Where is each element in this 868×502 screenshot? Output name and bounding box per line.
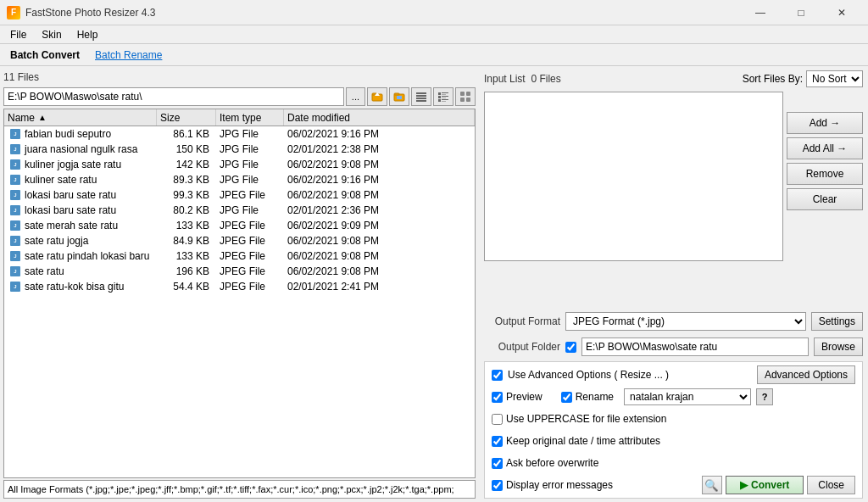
batch-rename-button[interactable]: Batch Rename <box>88 47 169 63</box>
batch-convert-button[interactable]: Batch Convert <box>3 47 86 63</box>
view-list-button[interactable] <box>411 87 431 106</box>
table-row[interactable]: J sate ratu 196 KB JPEG File 06/02/2021 … <box>4 264 475 279</box>
file-type-icon: J <box>10 251 20 261</box>
column-header-type[interactable]: Item type <box>216 109 284 126</box>
file-name-cell: J sate ratu <box>4 265 157 277</box>
table-row[interactable]: J kuliner jogja sate ratu 142 KB JPG Fil… <box>4 157 475 172</box>
advanced-options-button[interactable]: Advanced Options <box>757 365 855 384</box>
remove-button[interactable]: Remove <box>787 163 863 185</box>
add-all-button[interactable]: Add All → <box>787 137 863 159</box>
table-row[interactable]: J sate ratu jogja 84.9 KB JPEG File 06/0… <box>4 233 475 248</box>
output-folder-input[interactable] <box>581 337 809 356</box>
file-size-cell: 89.3 KB <box>157 174 216 186</box>
file-name-cell: J fabian budi seputro <box>4 128 157 140</box>
column-header-date[interactable]: Date modified <box>284 109 475 126</box>
keep-date-row: Keep original date / time attributes <box>492 432 855 450</box>
table-row[interactable]: J sate ratu pindah lokasi baru 133 KB JP… <box>4 248 475 264</box>
menu-skin[interactable]: Skin <box>35 27 68 42</box>
preview-checkbox-label: Preview <box>492 391 542 403</box>
close-button[interactable]: Close <box>807 476 855 494</box>
file-count: 11 Files <box>3 70 476 85</box>
search-button[interactable]: 🔍 <box>702 476 722 494</box>
browse-folder-button[interactable]: Browse <box>814 337 863 356</box>
title-bar-left: F FastStone Photo Resizer 4.3 <box>7 6 155 20</box>
advanced-options-row: Use Advanced Options ( Resize ... ) Adva… <box>492 365 855 384</box>
file-icon: J <box>9 220 21 231</box>
rename-checkbox[interactable] <box>561 392 572 403</box>
uppercase-checkbox[interactable] <box>492 414 503 425</box>
list-view-icon <box>415 91 427 103</box>
output-format-select[interactable]: JPEG Format (*.jpg) <box>565 312 806 331</box>
browse-path-button[interactable]: ... <box>346 87 365 106</box>
right-panel: Input List 0 Files Sort Files By: No Sor… <box>479 66 868 502</box>
folder-up-button[interactable] <box>367 87 387 106</box>
file-date-cell: 06/02/2021 9:08 PM <box>284 250 475 262</box>
file-icon: J <box>9 189 21 201</box>
file-date-cell: 06/02/2021 9:08 PM <box>284 265 475 277</box>
table-row[interactable]: J lokasi baru sate ratu 80.2 KB JPG File… <box>4 203 475 218</box>
menu-help[interactable]: Help <box>70 27 105 42</box>
file-type-icon: J <box>10 129 20 139</box>
preview-rename-row: Preview Rename natalan krajan ? <box>492 388 855 406</box>
svg-rect-4 <box>394 93 399 95</box>
display-errors-checkbox-label: Display error messages <box>492 479 613 491</box>
file-size-cell: 142 KB <box>157 159 216 170</box>
app-title: FastStone Photo Resizer 4.3 <box>25 7 155 19</box>
maximize-button[interactable]: □ <box>782 0 821 25</box>
svg-rect-18 <box>442 101 446 102</box>
view-details-button[interactable] <box>433 87 453 106</box>
file-type-cell: JPG File <box>216 174 284 186</box>
input-list-box <box>484 92 783 261</box>
thumbnails-view-icon <box>459 91 471 103</box>
clear-button[interactable]: Clear <box>787 188 863 210</box>
column-header-name[interactable]: Name ▲ <box>4 109 157 126</box>
file-date-cell: 06/02/2021 9:09 PM <box>284 220 475 231</box>
svg-rect-15 <box>442 98 446 98</box>
refresh-button[interactable] <box>389 87 409 106</box>
rename-help-button[interactable]: ? <box>756 388 773 405</box>
close-window-button[interactable]: ✕ <box>822 0 861 25</box>
svg-rect-5 <box>397 96 402 99</box>
minimize-button[interactable]: — <box>741 0 780 25</box>
file-type-cell: JPG File <box>216 143 284 155</box>
file-name-cell: J sate ratu pindah lokasi baru <box>4 250 157 262</box>
column-header-size[interactable]: Size <box>157 109 216 126</box>
title-controls: — □ ✕ <box>741 0 861 25</box>
menu-file[interactable]: File <box>3 27 33 42</box>
preview-checkbox[interactable] <box>492 392 503 403</box>
output-folder-checkbox[interactable] <box>565 342 576 353</box>
svg-rect-22 <box>466 98 470 102</box>
svg-rect-13 <box>438 96 441 98</box>
rename-select[interactable]: natalan krajan <box>624 388 751 405</box>
output-format-row: Output Format JPEG Format (*.jpg) Settin… <box>484 310 863 332</box>
table-row[interactable]: J sate merah sate ratu 133 KB JPEG File … <box>4 218 475 233</box>
table-row[interactable]: J fabian budi seputro 86.1 KB JPG File 0… <box>4 126 475 142</box>
convert-buttons-area: 🔍 ▶ Convert Close <box>702 476 855 494</box>
search-icon: 🔍 <box>704 479 719 492</box>
file-name-cell: J lokasi baru sate ratu <box>4 189 157 201</box>
ask-overwrite-row: Ask before overwrite <box>492 454 855 472</box>
path-input[interactable] <box>3 87 344 106</box>
file-size-cell: 54.4 KB <box>157 281 216 293</box>
table-row[interactable]: J sate ratu-kok bisa gitu 54.4 KB JPEG F… <box>4 279 475 294</box>
file-icon: J <box>9 281 21 293</box>
file-name-cell: J lokasi baru sate ratu <box>4 204 157 216</box>
table-row[interactable]: J juara nasional ngulk rasa 150 KB JPG F… <box>4 142 475 157</box>
file-icon: J <box>9 174 21 186</box>
use-advanced-checkbox[interactable] <box>492 370 503 381</box>
ask-overwrite-checkbox[interactable] <box>492 458 503 469</box>
table-row[interactable]: J lokasi baru sate ratu 99.3 KB JPEG Fil… <box>4 187 475 203</box>
file-type-icon: J <box>10 190 20 200</box>
refresh-icon <box>393 91 405 103</box>
view-thumbnails-button[interactable] <box>455 87 476 106</box>
settings-button[interactable]: Settings <box>811 312 863 331</box>
rename-checkbox-label: Rename <box>561 391 614 403</box>
add-button[interactable]: Add → <box>787 112 863 134</box>
display-errors-checkbox[interactable] <box>492 480 503 491</box>
keep-date-checkbox[interactable] <box>492 436 503 447</box>
convert-button[interactable]: ▶ Convert <box>726 476 804 494</box>
sort-select[interactable]: No Sort Name Size Date <box>806 70 863 87</box>
table-row[interactable]: J kuliner sate ratu 89.3 KB JPG File 06/… <box>4 172 475 187</box>
file-type-cell: JPEG File <box>216 281 284 293</box>
file-type-icon: J <box>10 220 20 231</box>
